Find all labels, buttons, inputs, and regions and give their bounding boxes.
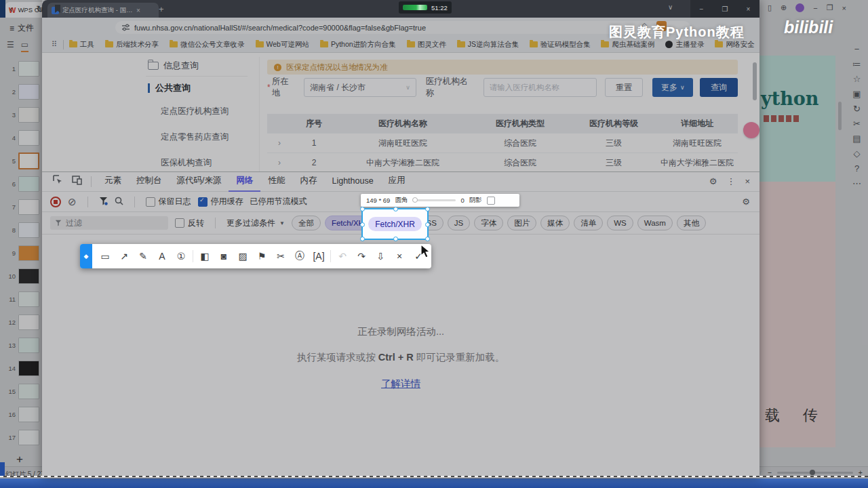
- counter-tool-icon[interactable]: ①: [174, 249, 189, 264]
- capture-tool-icon[interactable]: ✂: [273, 249, 288, 264]
- capture-tool-logo-icon: ◆: [80, 244, 92, 268]
- separator[interactable]: [330, 250, 331, 262]
- annotation-toolbar: ◆ ▭↗✎A①◧◙▨⚑✂Ⓐ[A]↶↷⇩×✓: [80, 244, 431, 268]
- capture-selection-box[interactable]: Fetch/XHR: [361, 208, 429, 240]
- selection-info-bar: 149 * 69 圆角 0 阴影: [361, 194, 519, 207]
- mouse-cursor: [420, 244, 431, 259]
- recording-progress: [403, 5, 427, 10]
- spotlight-tool-icon[interactable]: ◙: [216, 249, 231, 264]
- bilibili-logo: bilibili: [784, 18, 833, 37]
- scan-tool-icon[interactable]: [A]: [311, 249, 326, 264]
- shadow-checkbox[interactable]: [487, 197, 495, 205]
- corner-radius-value: 0: [460, 197, 464, 204]
- screen: W WPS Off ≡ 文件 ☰ ▭ 1 2 3 4 5: [0, 0, 868, 488]
- shapes-tool-icon[interactable]: ▭: [98, 249, 113, 264]
- close-icon[interactable]: ×: [392, 249, 407, 264]
- selected-fetch-xhr-chip[interactable]: Fetch/XHR: [368, 217, 422, 231]
- recording-timer: 51:22: [399, 1, 452, 14]
- pen-tool-icon[interactable]: ✎: [136, 249, 151, 264]
- ocr-tool-icon[interactable]: Ⓐ: [292, 249, 307, 264]
- download-icon[interactable]: ⇩: [373, 249, 388, 264]
- share-icon[interactable]: ↷: [354, 249, 369, 264]
- pin-tool-icon[interactable]: ⚑: [254, 249, 269, 264]
- corner-radius-slider[interactable]: [412, 199, 456, 201]
- undo-icon[interactable]: ↶: [335, 249, 350, 264]
- channel-watermark: 图灵教育Python教程: [609, 23, 745, 41]
- mosaic-tool-icon[interactable]: ◧: [197, 249, 212, 264]
- arrow-tool-icon[interactable]: ↗: [117, 249, 132, 264]
- text-tool-icon[interactable]: A: [155, 249, 170, 264]
- capture-region-border: [0, 476, 868, 477]
- separator[interactable]: [193, 250, 193, 262]
- selection-size: 149 * 69: [366, 197, 390, 204]
- hatch-tool-icon[interactable]: ▨: [235, 249, 250, 264]
